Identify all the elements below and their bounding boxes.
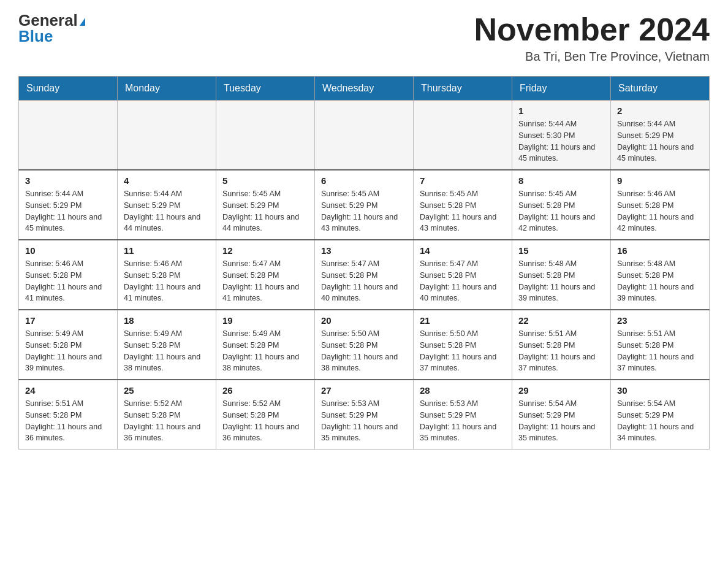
day-number: 27 <box>321 385 407 396</box>
calendar-cell: 10Sunrise: 5:46 AMSunset: 5:28 PMDayligh… <box>19 240 118 310</box>
logo-blue-text: Blue <box>18 27 53 46</box>
day-number: 8 <box>518 175 604 186</box>
calendar-cell: 1Sunrise: 5:44 AMSunset: 5:30 PMDaylight… <box>512 101 611 170</box>
day-info: Sunrise: 5:44 AMSunset: 5:29 PMDaylight:… <box>25 188 111 234</box>
day-info: Sunrise: 5:49 AMSunset: 5:28 PMDaylight:… <box>124 328 210 374</box>
calendar-cell: 3Sunrise: 5:44 AMSunset: 5:29 PMDaylight… <box>19 170 118 240</box>
day-info: Sunrise: 5:46 AMSunset: 5:28 PMDaylight:… <box>617 188 703 234</box>
day-info: Sunrise: 5:53 AMSunset: 5:29 PMDaylight:… <box>321 398 407 444</box>
calendar-cell <box>19 101 118 170</box>
day-info: Sunrise: 5:45 AMSunset: 5:28 PMDaylight:… <box>518 188 604 234</box>
day-number: 17 <box>25 315 111 326</box>
calendar-cell: 30Sunrise: 5:54 AMSunset: 5:29 PMDayligh… <box>611 380 710 450</box>
day-number: 26 <box>222 385 308 396</box>
day-number: 4 <box>124 175 210 186</box>
day-number: 15 <box>518 245 604 256</box>
calendar-cell: 24Sunrise: 5:51 AMSunset: 5:28 PMDayligh… <box>19 380 118 450</box>
month-year-title: November 2024 <box>474 12 710 47</box>
day-number: 25 <box>124 385 210 396</box>
day-number: 6 <box>321 175 407 186</box>
day-info: Sunrise: 5:46 AMSunset: 5:28 PMDaylight:… <box>124 258 210 304</box>
weekday-header-sunday: Sunday <box>19 77 118 101</box>
day-number: 10 <box>25 245 111 256</box>
calendar-cell: 12Sunrise: 5:47 AMSunset: 5:28 PMDayligh… <box>216 240 315 310</box>
day-number: 28 <box>420 385 506 396</box>
day-info: Sunrise: 5:44 AMSunset: 5:30 PMDaylight:… <box>518 118 604 164</box>
weekday-header-thursday: Thursday <box>414 77 512 101</box>
day-number: 29 <box>518 385 604 396</box>
day-number: 18 <box>124 315 210 326</box>
day-info: Sunrise: 5:52 AMSunset: 5:28 PMDaylight:… <box>222 398 308 444</box>
day-info: Sunrise: 5:48 AMSunset: 5:28 PMDaylight:… <box>617 258 703 304</box>
calendar-cell: 17Sunrise: 5:49 AMSunset: 5:28 PMDayligh… <box>19 310 118 380</box>
day-number: 2 <box>617 105 703 116</box>
day-number: 5 <box>222 175 308 186</box>
day-info: Sunrise: 5:51 AMSunset: 5:28 PMDaylight:… <box>25 398 111 444</box>
day-info: Sunrise: 5:44 AMSunset: 5:29 PMDaylight:… <box>124 188 210 234</box>
calendar-cell: 22Sunrise: 5:51 AMSunset: 5:28 PMDayligh… <box>512 310 611 380</box>
day-number: 22 <box>518 315 604 326</box>
day-info: Sunrise: 5:46 AMSunset: 5:28 PMDaylight:… <box>25 258 111 304</box>
calendar-cell: 2Sunrise: 5:44 AMSunset: 5:29 PMDaylight… <box>611 101 710 170</box>
day-info: Sunrise: 5:47 AMSunset: 5:28 PMDaylight:… <box>222 258 308 304</box>
day-info: Sunrise: 5:50 AMSunset: 5:28 PMDaylight:… <box>321 328 407 374</box>
logo: General Blue <box>18 12 85 46</box>
calendar-cell <box>414 101 512 170</box>
calendar-cell: 9Sunrise: 5:46 AMSunset: 5:28 PMDaylight… <box>611 170 710 240</box>
calendar-week-4: 17Sunrise: 5:49 AMSunset: 5:28 PMDayligh… <box>19 310 710 380</box>
weekday-header-row: SundayMondayTuesdayWednesdayThursdayFrid… <box>19 77 710 101</box>
calendar-week-3: 10Sunrise: 5:46 AMSunset: 5:28 PMDayligh… <box>19 240 710 310</box>
day-info: Sunrise: 5:51 AMSunset: 5:28 PMDaylight:… <box>518 328 604 374</box>
calendar-cell: 21Sunrise: 5:50 AMSunset: 5:28 PMDayligh… <box>414 310 512 380</box>
calendar-cell <box>216 101 315 170</box>
calendar-table: SundayMondayTuesdayWednesdayThursdayFrid… <box>18 76 710 450</box>
day-number: 7 <box>420 175 506 186</box>
day-number: 30 <box>617 385 703 396</box>
location-subtitle: Ba Tri, Ben Tre Province, Vietnam <box>474 50 710 64</box>
day-info: Sunrise: 5:45 AMSunset: 5:29 PMDaylight:… <box>222 188 308 234</box>
calendar-cell <box>315 101 414 170</box>
logo-general-text: General <box>18 12 85 28</box>
day-info: Sunrise: 5:45 AMSunset: 5:28 PMDaylight:… <box>420 188 506 234</box>
calendar-cell: 23Sunrise: 5:51 AMSunset: 5:28 PMDayligh… <box>611 310 710 380</box>
calendar-cell: 28Sunrise: 5:53 AMSunset: 5:29 PMDayligh… <box>414 380 512 450</box>
day-number: 14 <box>420 245 506 256</box>
calendar-cell: 14Sunrise: 5:47 AMSunset: 5:28 PMDayligh… <box>414 240 512 310</box>
day-info: Sunrise: 5:51 AMSunset: 5:28 PMDaylight:… <box>617 328 703 374</box>
day-number: 20 <box>321 315 407 326</box>
weekday-header-monday: Monday <box>118 77 216 101</box>
day-info: Sunrise: 5:47 AMSunset: 5:28 PMDaylight:… <box>321 258 407 304</box>
page-header: General Blue November 2024 Ba Tri, Ben T… <box>18 12 710 64</box>
calendar-cell: 7Sunrise: 5:45 AMSunset: 5:28 PMDaylight… <box>414 170 512 240</box>
day-number: 16 <box>617 245 703 256</box>
day-info: Sunrise: 5:52 AMSunset: 5:28 PMDaylight:… <box>124 398 210 444</box>
calendar-cell: 16Sunrise: 5:48 AMSunset: 5:28 PMDayligh… <box>611 240 710 310</box>
day-info: Sunrise: 5:48 AMSunset: 5:28 PMDaylight:… <box>518 258 604 304</box>
calendar-cell: 13Sunrise: 5:47 AMSunset: 5:28 PMDayligh… <box>315 240 414 310</box>
day-info: Sunrise: 5:47 AMSunset: 5:28 PMDaylight:… <box>420 258 506 304</box>
day-number: 21 <box>420 315 506 326</box>
weekday-header-friday: Friday <box>512 77 611 101</box>
day-number: 12 <box>222 245 308 256</box>
calendar-week-5: 24Sunrise: 5:51 AMSunset: 5:28 PMDayligh… <box>19 380 710 450</box>
calendar-cell: 25Sunrise: 5:52 AMSunset: 5:28 PMDayligh… <box>118 380 216 450</box>
calendar-cell: 8Sunrise: 5:45 AMSunset: 5:28 PMDaylight… <box>512 170 611 240</box>
calendar-cell: 18Sunrise: 5:49 AMSunset: 5:28 PMDayligh… <box>118 310 216 380</box>
day-number: 23 <box>617 315 703 326</box>
weekday-header-saturday: Saturday <box>611 77 710 101</box>
title-area: November 2024 Ba Tri, Ben Tre Province, … <box>474 12 710 64</box>
day-info: Sunrise: 5:45 AMSunset: 5:29 PMDaylight:… <box>321 188 407 234</box>
day-info: Sunrise: 5:49 AMSunset: 5:28 PMDaylight:… <box>222 328 308 374</box>
calendar-cell: 15Sunrise: 5:48 AMSunset: 5:28 PMDayligh… <box>512 240 611 310</box>
day-number: 13 <box>321 245 407 256</box>
calendar-week-2: 3Sunrise: 5:44 AMSunset: 5:29 PMDaylight… <box>19 170 710 240</box>
calendar-cell: 11Sunrise: 5:46 AMSunset: 5:28 PMDayligh… <box>118 240 216 310</box>
weekday-header-tuesday: Tuesday <box>216 77 315 101</box>
day-number: 19 <box>222 315 308 326</box>
day-info: Sunrise: 5:44 AMSunset: 5:29 PMDaylight:… <box>617 118 703 164</box>
day-number: 11 <box>124 245 210 256</box>
calendar-cell: 27Sunrise: 5:53 AMSunset: 5:29 PMDayligh… <box>315 380 414 450</box>
day-info: Sunrise: 5:54 AMSunset: 5:29 PMDaylight:… <box>518 398 604 444</box>
day-number: 24 <box>25 385 111 396</box>
calendar-cell: 29Sunrise: 5:54 AMSunset: 5:29 PMDayligh… <box>512 380 611 450</box>
